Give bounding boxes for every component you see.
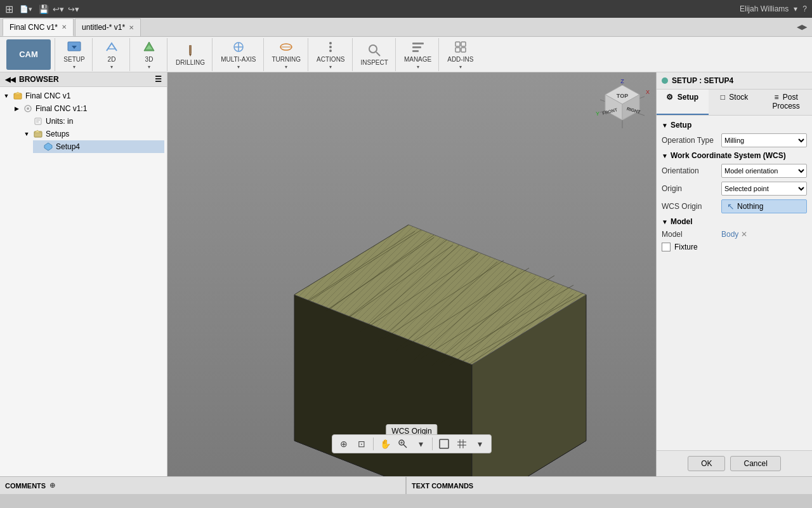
browser-collapse-icon[interactable]: ◀◀ <box>5 76 15 84</box>
drilling-button[interactable]: DRILLING <box>173 39 208 70</box>
browser-options-icon[interactable]: ☰ <box>155 75 162 84</box>
tab-close-2[interactable]: ✕ <box>129 24 134 31</box>
tree-label-2: Final CNC v1:1 <box>36 104 87 113</box>
tab-overflow-icon[interactable]: ◀▶ <box>797 23 807 31</box>
svg-marker-5 <box>189 54 192 57</box>
model-section-label: Model <box>671 217 693 226</box>
inspect-group: INSPECT <box>354 38 396 71</box>
undo-button[interactable]: ↩▾ <box>53 4 64 14</box>
viewcube[interactable]: TOP FRONT RIGHT Z X Y <box>594 77 651 135</box>
tab-label-1: Final CNC v1* <box>10 23 58 32</box>
svg-line-12 <box>376 52 380 56</box>
titlebar-left: ⊞ 📄▾ 💾 ↩▾ ↪▾ <box>5 3 79 15</box>
wcs-origin-row: WCS Origin ↖ Nothing <box>662 199 807 213</box>
user-dropdown-icon[interactable]: ▾ <box>794 4 797 13</box>
fixture-label: Fixture <box>674 243 698 251</box>
comments-section: COMMENTS ⊕ <box>0 477 406 494</box>
manage-icon <box>410 39 426 55</box>
cancel-button[interactable]: Cancel <box>730 456 780 471</box>
multi-axis-icon <box>231 39 246 55</box>
tree-item-final-cnc-1[interactable]: ▶ Final CNC v1:1 <box>13 102 164 115</box>
cam-button[interactable]: CAM <box>6 39 51 70</box>
svg-point-9 <box>329 46 332 48</box>
svg-rect-24 <box>35 118 41 124</box>
tree-arrow-setups: ▼ <box>23 130 30 138</box>
tree-label-setup4: Setup4 <box>56 142 80 151</box>
nothing-button[interactable]: ↖ Nothing <box>721 199 807 213</box>
wcs-section-header[interactable]: ▼ Work Coordinate System (WCS) <box>662 151 807 160</box>
svg-rect-4 <box>189 45 192 54</box>
zoom-button[interactable] <box>395 436 410 451</box>
text-commands-label: TEXT COMMANDS <box>412 482 473 490</box>
2d-button[interactable]: 2D ▾ <box>98 39 126 70</box>
tree-item-final-cnc[interactable]: ▼ Final CNC v1 <box>3 90 164 102</box>
inspect-button[interactable]: INSPECT <box>358 39 391 70</box>
browser-panel: ◀◀ BROWSER ☰ ▼ Final CNC v1 ▶ Final CNC … <box>0 72 167 476</box>
tab-post-process[interactable]: ≡ Post Process <box>760 90 812 115</box>
pan-button[interactable]: ✋ <box>377 436 393 451</box>
tab-stock[interactable]: □ Stock <box>709 90 761 115</box>
save-button[interactable]: 💾 <box>39 4 49 14</box>
comments-add-icon[interactable]: ⊕ <box>49 481 55 490</box>
multi-axis-button[interactable]: MULTI-AXIS ▾ <box>218 39 259 70</box>
fit-view-button[interactable]: ⊡ <box>354 436 369 451</box>
help-button[interactable]: ? <box>802 4 807 13</box>
tree-item-setups[interactable]: ▼ Setups <box>23 128 164 140</box>
svg-rect-15 <box>412 50 419 52</box>
svg-text:Y: Y <box>596 110 599 117</box>
svg-line-74 <box>403 444 407 448</box>
panel-tabs: ⚙ Setup □ Stock ≡ Post Process <box>657 90 812 116</box>
setup-section-header[interactable]: ▼ Setup <box>662 121 807 130</box>
apps-icon[interactable]: ⊞ <box>5 3 13 15</box>
operation-type-row: Operation Type Milling <box>662 133 807 147</box>
tab-final-cnc[interactable]: Final CNC v1* ✕ <box>3 18 74 36</box>
svg-point-10 <box>329 50 332 52</box>
model-section-header[interactable]: ▼ Model <box>662 217 807 226</box>
setup-section-label: Setup <box>671 121 691 130</box>
grid-button[interactable] <box>454 436 469 451</box>
2d-group: 2D ▾ <box>94 38 130 71</box>
tab-setup-icon: ⚙ <box>666 93 673 102</box>
tab-close-1[interactable]: ✕ <box>62 23 67 30</box>
tree-icon-units <box>33 116 43 126</box>
fixture-checkbox[interactable] <box>662 243 671 251</box>
setup-button[interactable]: SETUP ▾ <box>60 39 88 70</box>
ok-button[interactable]: OK <box>688 456 725 471</box>
tree-icon-setup4 <box>43 142 53 152</box>
operation-type-select[interactable]: Milling <box>721 133 807 147</box>
turning-dropdown: ▾ <box>285 64 287 70</box>
viewport[interactable]: Y Z X TOP FRONT RIGHT <box>167 72 656 476</box>
orientation-control[interactable]: Model orientation <box>721 164 807 178</box>
redo-button[interactable]: ↪▾ <box>68 4 79 14</box>
manage-button[interactable]: MANAGE ▾ <box>401 39 435 70</box>
orientation-select[interactable]: Model orientation <box>721 164 807 178</box>
zoom-dropdown-button[interactable]: ▾ <box>413 436 428 451</box>
grid-dropdown-button[interactable]: ▾ <box>472 436 487 451</box>
remove-body-button[interactable]: ✕ <box>741 230 747 239</box>
setup-section-arrow: ▼ <box>662 122 668 129</box>
tab-setup[interactable]: ⚙ Setup <box>657 90 709 115</box>
tree-item-units[interactable]: ▶ Units: in <box>23 115 164 128</box>
svg-text:X: X <box>646 89 650 95</box>
origin-select[interactable]: Selected point <box>721 182 807 196</box>
add-ins-button[interactable]: ADD-INS ▾ <box>444 39 476 70</box>
tree-item-setup4[interactable]: ▶ Setup4 <box>33 140 164 153</box>
titlebar: ⊞ 📄▾ 💾 ↩▾ ↪▾ Elijah Williams ▾ ? <box>0 0 812 18</box>
display-mode-button[interactable] <box>436 436 452 451</box>
wcs-section-label: Work Coordinate System (WCS) <box>671 151 786 160</box>
3d-button[interactable]: 3D ▾ <box>135 39 163 70</box>
svg-rect-18 <box>455 48 460 52</box>
model-label: Model <box>662 230 719 239</box>
operation-type-control[interactable]: Milling <box>721 133 807 147</box>
2d-dropdown-arrow: ▾ <box>110 64 113 70</box>
svg-rect-19 <box>461 48 466 52</box>
turning-button[interactable]: TURNING ▾ <box>269 39 304 70</box>
body-label[interactable]: Body <box>721 230 738 239</box>
pivot-button[interactable]: ⊕ <box>336 436 351 451</box>
wcs-origin-control[interactable]: ↖ Nothing <box>721 199 807 213</box>
actions-button[interactable]: ACTIONS ▾ <box>313 39 348 70</box>
origin-control[interactable]: Selected point <box>721 182 807 196</box>
file-menu[interactable]: 📄▾ <box>17 5 35 13</box>
toolbar-separator-1 <box>373 438 374 450</box>
tab-untitled[interactable]: untitled-* v1* ✕ <box>75 18 141 36</box>
